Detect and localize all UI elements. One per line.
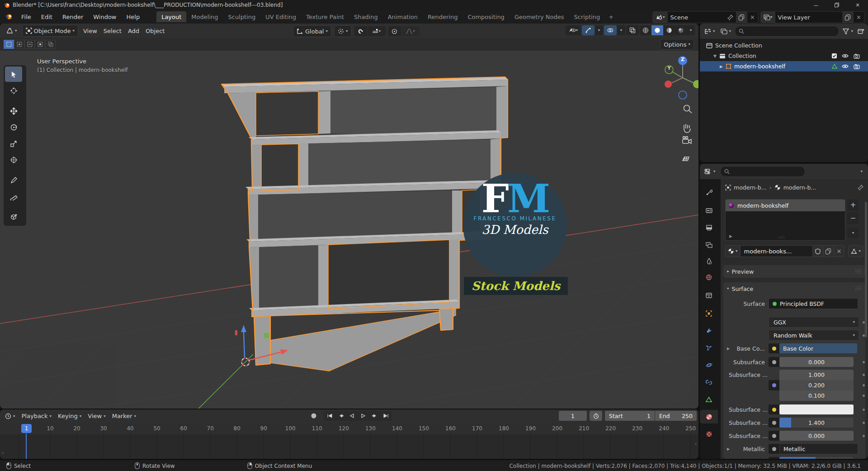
outliner-filter-id-dropdown[interactable]: ▾ bbox=[719, 26, 733, 37]
scene-name[interactable]: Scene bbox=[668, 12, 725, 23]
fake-user-shield-button[interactable] bbox=[813, 245, 823, 257]
jump-to-start-button[interactable] bbox=[324, 411, 335, 421]
frame-end-field[interactable]: End250 bbox=[655, 411, 697, 421]
workspace-tab[interactable]: Sculpting bbox=[223, 11, 260, 22]
close-button[interactable]: ✕ bbox=[847, 0, 868, 10]
timeline-expand-right-icon[interactable]: ‹ bbox=[695, 441, 697, 446]
tab-object[interactable] bbox=[700, 307, 718, 320]
tab-collection-props[interactable] bbox=[700, 289, 718, 302]
tab-particles[interactable] bbox=[700, 341, 718, 355]
slot-specials-dropdown[interactable]: ▾ bbox=[847, 228, 859, 238]
subsurface-method-dropdown[interactable]: Random Walk▾ bbox=[769, 330, 859, 341]
timeline-menu[interactable]: View▾ bbox=[85, 411, 108, 422]
tool-move[interactable] bbox=[5, 103, 22, 119]
hide-eye-icon[interactable] bbox=[842, 53, 849, 58]
distribution-dropdown[interactable]: GGX▾ bbox=[769, 317, 859, 328]
preview-panel[interactable]: ▾Preview∷∷∷∷ bbox=[723, 265, 865, 278]
auto-keying-record-button[interactable] bbox=[307, 411, 320, 421]
workspace-tab[interactable]: Texture Paint bbox=[301, 11, 349, 22]
tool-cursor[interactable] bbox=[5, 83, 22, 98]
properties-options-dropdown[interactable]: ▾ bbox=[860, 170, 863, 173]
metallic-link-button[interactable]: Metallic bbox=[779, 443, 858, 454]
view-layer-name[interactable]: View Layer bbox=[775, 12, 843, 23]
material-name-field[interactable]: modern-books... bbox=[741, 245, 813, 257]
tab-tool[interactable] bbox=[700, 186, 718, 199]
workspace-tab[interactable]: Animation bbox=[383, 11, 423, 22]
subsurface-aniso-field[interactable]: 0.000 bbox=[779, 431, 854, 441]
minimize-button[interactable]: — bbox=[806, 0, 826, 10]
specular-slider[interactable]: 0.500 bbox=[779, 457, 854, 459]
timeline-menu[interactable]: Playback▾ bbox=[19, 411, 55, 422]
camera-visibility-icon[interactable] bbox=[854, 53, 860, 59]
workspace-tab[interactable]: Modeling bbox=[186, 11, 223, 22]
slot-expand-icon[interactable]: ▶ bbox=[729, 234, 732, 238]
unlink-scene-button[interactable]: ✕ bbox=[747, 12, 758, 23]
collection-checkbox[interactable] bbox=[831, 53, 837, 59]
frame-start-field[interactable]: Start1 bbox=[605, 411, 655, 421]
navigation-gizmo[interactable] bbox=[665, 56, 698, 99]
base-color-link-button[interactable]: Base Color bbox=[779, 343, 857, 353]
timeline-ruler[interactable]: 1020304050607080901001101201301401501601… bbox=[0, 423, 698, 434]
tool-measure[interactable] bbox=[5, 189, 22, 204]
tab-output[interactable] bbox=[700, 221, 718, 234]
tab-constraints[interactable] bbox=[700, 376, 718, 389]
workspace-tab[interactable]: Scripting bbox=[569, 11, 605, 22]
current-frame-field[interactable]: 1 bbox=[559, 411, 587, 421]
menu-item[interactable]: Edit bbox=[36, 11, 57, 22]
tab-object-data[interactable] bbox=[700, 393, 718, 406]
outliner-display-mode-dropdown[interactable]: ▾ bbox=[703, 26, 717, 37]
timeline-track-area[interactable] bbox=[0, 434, 698, 459]
tool-transform[interactable] bbox=[5, 152, 22, 167]
outliner-filter-dropdown[interactable]: ▾ bbox=[841, 26, 855, 37]
subsurface-ior-slider[interactable]: 1.400 bbox=[779, 418, 854, 428]
surface-shader-button[interactable]: Principled BSDF bbox=[769, 298, 858, 309]
playhead-line[interactable] bbox=[26, 433, 27, 459]
use-preview-range-button[interactable] bbox=[590, 411, 602, 421]
node-editor-link-button[interactable]: ▾ bbox=[848, 245, 863, 257]
tab-modifiers[interactable] bbox=[700, 324, 718, 338]
play-reverse-button[interactable] bbox=[346, 411, 358, 421]
menu-item[interactable]: Render bbox=[57, 11, 88, 22]
tab-texture[interactable] bbox=[700, 427, 718, 441]
new-view-layer-button[interactable] bbox=[842, 12, 854, 23]
jump-to-end-button[interactable] bbox=[380, 411, 392, 421]
properties-editor-type-button[interactable]: ▾ bbox=[703, 166, 717, 177]
new-scene-button[interactable] bbox=[736, 12, 747, 23]
tool-add-cube[interactable] bbox=[5, 209, 22, 224]
new-collection-button[interactable] bbox=[857, 26, 865, 37]
menu-item[interactable]: File bbox=[16, 11, 36, 22]
subsurface-color-swatch[interactable] bbox=[779, 404, 854, 414]
scene-browse-button[interactable]: ▾ bbox=[653, 12, 668, 23]
tool-rotate[interactable] bbox=[5, 119, 22, 135]
subsurface-value-field[interactable]: 0.000 bbox=[779, 357, 854, 367]
restore-button[interactable] bbox=[826, 0, 847, 10]
subsurface-radius-y[interactable]: 0.200 bbox=[779, 380, 854, 390]
play-button[interactable] bbox=[358, 411, 369, 421]
properties-search-input[interactable] bbox=[720, 166, 805, 177]
workspace-tab[interactable]: Compositing bbox=[462, 11, 509, 22]
tab-material[interactable] bbox=[700, 410, 718, 423]
tab-physics[interactable] bbox=[700, 358, 718, 372]
workspace-tab[interactable]: Geometry Nodes bbox=[509, 11, 569, 22]
blender-menu-logo-icon[interactable] bbox=[5, 13, 13, 20]
tool-annotate[interactable] bbox=[5, 172, 22, 188]
camera-visibility-icon[interactable] bbox=[854, 64, 860, 69]
workspace-tab[interactable]: Rendering bbox=[423, 11, 462, 22]
add-workspace-button[interactable]: + bbox=[605, 11, 617, 22]
properties-scrollbar[interactable] bbox=[865, 202, 867, 338]
menu-item[interactable]: Window bbox=[88, 11, 121, 22]
subsurface-radius-z[interactable]: 0.100 bbox=[779, 390, 854, 401]
outliner-row-collection[interactable]: ▼ Collection bbox=[700, 51, 868, 61]
outliner-row-object-selected[interactable]: ▶ modern-bookshelf bbox=[700, 61, 868, 71]
hide-eye-icon[interactable] bbox=[842, 64, 849, 69]
timeline-menu[interactable]: Keying▾ bbox=[55, 411, 85, 422]
surface-panel-header[interactable]: ▾Surface∷∷∷∷ bbox=[723, 282, 865, 295]
workspace-tab[interactable]: Shading bbox=[349, 11, 383, 22]
timeline-editor-type-button[interactable]: ▾ bbox=[3, 411, 18, 422]
remove-slot-button[interactable]: − bbox=[847, 212, 859, 224]
browse-material-button[interactable]: ▾ bbox=[725, 245, 741, 257]
view-layer-browse-button[interactable]: ▾ bbox=[761, 12, 775, 23]
tab-view-layer[interactable] bbox=[700, 238, 718, 252]
previous-keyframe-button[interactable] bbox=[335, 411, 346, 421]
3d-viewport-canvas[interactable] bbox=[0, 24, 698, 409]
